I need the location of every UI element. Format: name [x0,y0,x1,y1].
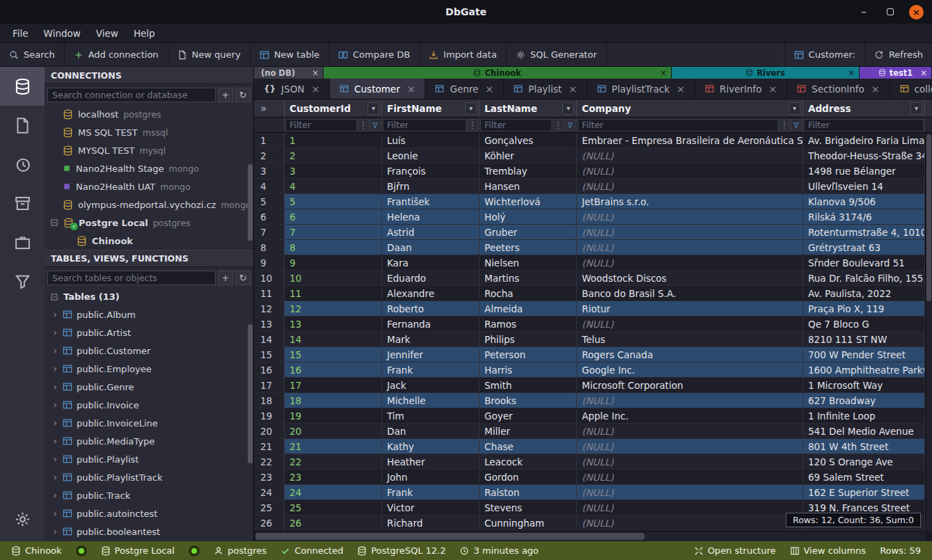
cell-address[interactable]: 120 S Orange Ave [803,454,925,470]
cell-firstname[interactable]: Helena [382,209,480,225]
cell-company[interactable]: Telus [577,332,803,347]
tab-genre[interactable]: Genre× [425,79,504,99]
cell-firstname[interactable]: Leonie [382,148,480,163]
horizontal-scrollbar[interactable] [254,531,925,541]
cell-address[interactable]: Sřnder Boulevard 51 [803,255,925,271]
menu-item-file[interactable]: File [6,26,35,41]
cell-company[interactable]: (NULL) [577,209,803,225]
cell-lastname[interactable]: Almeida [480,301,577,317]
row-number[interactable]: 11 [254,286,285,301]
connection-item-olympus-medportal-vychozi-cz[interactable]: olympus-medportal.vychozi.czmongo [45,195,253,214]
cell-lastname[interactable]: Gonçalves [480,133,577,148]
connection-item-postgre-local[interactable]: ✓Postgre Localpostgres [45,214,253,232]
connection-item-ms-sql-test[interactable]: MS SQL TESTmssql [45,123,253,141]
cell-customerid[interactable]: 18 [285,393,382,408]
cell-address[interactable]: 541 Del Medio Avenue [803,424,925,439]
cell-customerid[interactable]: 22 [285,454,382,470]
cell-lastname[interactable]: Ralston [480,485,577,500]
toolbar-import-data[interactable]: Import data [420,43,507,66]
cell-customerid[interactable]: 25 [285,500,382,515]
chevron-down-icon[interactable]: ▾ [465,102,477,115]
connection-item-mysql-test[interactable]: MYSQL TESTmysql [45,141,253,159]
table-item-public-autoinctest[interactable]: ›public.autoinctest [45,504,253,522]
toolbar-new-table[interactable]: New table [251,43,329,66]
activity-funnel-button[interactable] [0,262,45,301]
row-number[interactable]: 20 [254,424,285,439]
cell-firstname[interactable]: Eduardo [382,271,480,286]
row-number[interactable]: 8 [254,240,285,255]
toolbar-compare-db[interactable]: Compare DB [329,43,420,66]
cell-lastname[interactable]: Wichterlová [480,194,577,209]
cell-address[interactable]: Av. Brigadeiro Faria Lima, 2 [803,133,925,148]
table-item-public-album[interactable]: ›public.Album [45,305,253,323]
cell-lastname[interactable]: Holý [480,209,577,225]
connections-scrollbar-thumb[interactable] [248,164,253,241]
db-group-chinook[interactable]: Chinook× [324,67,672,79]
cell-customerid[interactable]: 4 [285,179,382,194]
table-item-public-booleantest[interactable]: ›public.booleantest [45,522,253,541]
add-connection-mini-button[interactable]: + [218,88,233,102]
cell-firstname[interactable]: Bjřrn [382,179,480,194]
cell-address[interactable]: Grétrystraat 63 [803,240,925,255]
cell-lastname[interactable]: Goyer [480,408,577,424]
filter-input-firstname[interactable] [383,119,466,131]
cell-company[interactable]: (NULL) [577,515,803,531]
cell-company[interactable]: Microsoft Corporation [577,378,803,393]
cell-customerid[interactable]: 10 [285,271,382,286]
db-group-rivers[interactable]: Rivers× [672,67,860,79]
filter-menu-icon[interactable]: ⋮ [553,119,564,131]
cell-address[interactable]: Rilská 3174/6 [803,209,925,225]
filter-funnel-icon[interactable] [370,119,381,131]
chevron-down-icon[interactable]: ▾ [368,102,379,115]
cell-firstname[interactable]: Michelle [382,393,480,408]
cell-address[interactable]: 1 Microsoft Way [803,378,925,393]
tables-scrollbar-thumb[interactable] [248,324,253,463]
cell-firstname[interactable]: Dan [382,424,480,439]
cell-company[interactable]: JetBrains s.r.o. [577,194,803,209]
cell-company[interactable]: (NULL) [577,485,803,500]
cell-company[interactable]: Apple Inc. [577,408,803,424]
toolbar-refresh[interactable]: Refresh [864,43,932,66]
row-number[interactable]: 5 [254,194,285,209]
row-number[interactable]: 17 [254,378,285,393]
cell-customerid[interactable]: 7 [285,225,382,240]
close-icon[interactable]: × [848,68,855,78]
row-number[interactable]: 24 [254,485,285,500]
filter-input-lastname[interactable] [480,119,552,131]
refresh-tables-button[interactable]: ↻ [235,271,251,285]
column-header-firstname[interactable]: FirstName▾ [382,99,480,117]
filter-input-customerid[interactable] [285,119,357,131]
cell-company[interactable]: (NULL) [577,179,803,194]
row-number[interactable]: 10 [254,271,285,286]
cell-firstname[interactable]: Victor [382,500,480,515]
cell-lastname[interactable]: Cunningham [480,515,577,531]
cell-firstname[interactable]: Kara [382,255,480,271]
cell-address[interactable]: 627 Broadway [803,393,925,408]
cell-address[interactable]: Qe 7 Bloco G [803,317,925,332]
menu-item-view[interactable]: View [89,26,125,41]
cell-company[interactable]: (NULL) [577,439,803,454]
cell-company[interactable]: (NULL) [577,454,803,470]
cell-lastname[interactable]: Harris [480,362,577,378]
close-button[interactable]: × [909,5,924,19]
cell-firstname[interactable]: Frank [382,485,480,500]
cell-customerid[interactable]: 14 [285,332,382,347]
row-number[interactable]: 22 [254,454,285,470]
close-icon[interactable]: × [485,83,493,95]
cell-firstname[interactable]: Heather [382,454,480,470]
cell-firstname[interactable]: Astrid [382,225,480,240]
menu-item-help[interactable]: Help [127,26,162,41]
cell-address[interactable]: Klanova 9/506 [803,194,925,209]
cell-address[interactable]: Rua Dr. Falcão Filho, 155 [803,271,925,286]
close-icon[interactable]: × [569,83,577,95]
close-icon[interactable]: × [660,68,667,78]
vertical-scrollbar[interactable] [925,133,932,531]
cell-lastname[interactable]: Ramos [480,317,577,332]
cell-customerid[interactable]: 1 [285,133,382,148]
cell-customerid[interactable]: 12 [285,301,382,317]
cell-company[interactable]: (NULL) [577,470,803,485]
activity-history-button[interactable] [0,145,45,184]
cell-customerid[interactable]: 3 [285,163,382,179]
cell-customerid[interactable]: 8 [285,240,382,255]
table-item-public-invoiceline[interactable]: ›public.InvoiceLine [45,414,253,432]
